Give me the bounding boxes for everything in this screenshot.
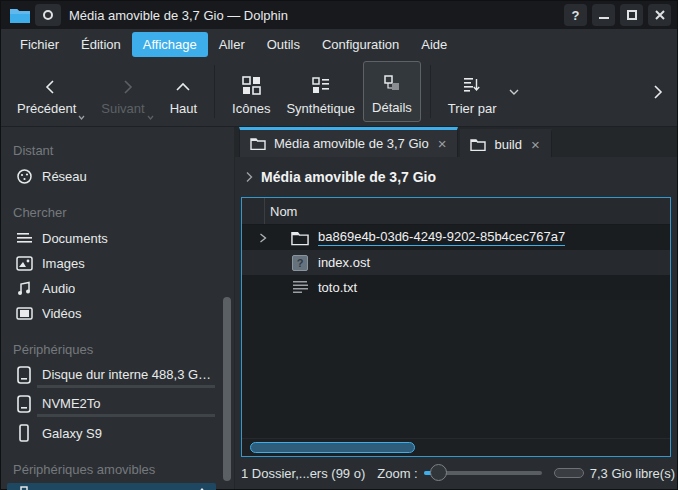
sidebar-item-label: Images: [42, 256, 85, 271]
sidebar-item-label: Audio: [42, 281, 75, 296]
places-panel: Distant Réseau Chercher Documents Images: [1, 127, 235, 489]
section-header-distant: Distant: [1, 139, 234, 164]
sidebar-item-nvme2to[interactable]: NVME2To: [1, 392, 234, 419]
horizontal-scrollbar-thumb[interactable]: [250, 442, 415, 453]
statusbar: 1 Dossier,...ers (99 o) Zoom : 7,3 Gio l…: [235, 457, 677, 489]
sidebar-item-label: Réseau: [42, 169, 87, 184]
capacity-bar: [37, 385, 215, 388]
chevron-left-icon: [43, 69, 59, 95]
sidebar-item-images[interactable]: Images: [1, 251, 234, 275]
tab-media-amovible[interactable]: Média amovible de 3,7 Gio ×: [239, 127, 458, 157]
folder-icon: [250, 137, 266, 150]
sidebar-item-documents[interactable]: Documents: [1, 226, 234, 250]
sort-icon: [462, 69, 482, 95]
document-lines-icon: [15, 229, 33, 247]
tab-close-icon[interactable]: ×: [530, 137, 541, 152]
tab-close-icon[interactable]: ×: [437, 136, 448, 151]
unknown-file-icon: ?: [291, 254, 309, 271]
sidebar-item-audio[interactable]: Audio: [1, 276, 234, 300]
zoom-slider-handle[interactable]: [430, 464, 447, 481]
file-row-index-ost[interactable]: ? index.ost: [242, 250, 670, 275]
toolbar-separator: [430, 65, 431, 118]
icons-label: Icônes: [232, 101, 270, 116]
details-view-button[interactable]: Détails: [363, 61, 421, 122]
file-row-toto-txt[interactable]: toto.txt: [242, 275, 670, 300]
breadcrumb[interactable]: Média amovible de 3,7 Gio: [235, 157, 677, 197]
titlebar: Média amovible de 3,7 Gio — Dolphin ?: [1, 1, 677, 29]
window-menu-button[interactable]: [35, 4, 61, 26]
details-label: Détails: [372, 100, 412, 115]
toolbar-separator: [214, 65, 215, 118]
maximize-button[interactable]: [620, 4, 643, 26]
column-separator: [264, 198, 265, 224]
usb-stick-icon: [15, 486, 33, 490]
sidebar-item-label: Vidéos: [42, 306, 82, 321]
sidebar-item-disque-dur-interne[interactable]: Disque dur interne 488,3 G…: [1, 363, 234, 390]
toolbar-overflow-button[interactable]: [647, 78, 669, 106]
sidebar-scrollbar[interactable]: [223, 297, 231, 481]
forward-button[interactable]: Suivant: [93, 61, 161, 122]
back-button[interactable]: Précédent: [9, 61, 93, 122]
file-name[interactable]: ba869e4b-03d6-4249-9202-85b4cec767a7: [318, 229, 565, 246]
chevron-up-icon: [175, 69, 191, 95]
caret-down-icon: [147, 115, 154, 120]
menu-configuration[interactable]: Configuration: [311, 32, 410, 57]
menu-fichier[interactable]: Fichier: [9, 32, 70, 57]
section-header-chercher: Chercher: [1, 201, 234, 226]
up-button[interactable]: Haut: [162, 61, 205, 122]
chevron-right-icon: [119, 69, 135, 95]
file-name[interactable]: toto.txt: [318, 280, 357, 295]
folder-icon: [291, 229, 309, 246]
sidebar-item-label: Disque dur interne 488,3 G…: [42, 367, 211, 382]
tab-label: build: [494, 137, 521, 152]
minimize-button[interactable]: [592, 4, 615, 26]
sidebar-item-label: Documents: [42, 231, 108, 246]
tabbar: Média amovible de 3,7 Gio × build ×: [235, 127, 677, 157]
status-summary: 1 Dossier,...ers (99 o): [241, 466, 365, 481]
zoom-slider[interactable]: [424, 464, 542, 482]
file-view: Nom: [241, 197, 671, 457]
menu-outils[interactable]: Outils: [256, 32, 311, 57]
back-label: Précédent: [17, 101, 76, 116]
details-view-icon: [382, 68, 402, 94]
icons-view-button[interactable]: Icônes: [224, 61, 278, 122]
sidebar-item-videos[interactable]: Vidéos: [1, 301, 234, 325]
toolbar: Précédent Suivant Haut Icônes Synthét: [1, 59, 677, 127]
menu-aide[interactable]: Aide: [410, 32, 458, 57]
file-name[interactable]: index.ost: [318, 255, 370, 270]
zoom-label: Zoom :: [377, 466, 417, 481]
window-title: Média amovible de 3,7 Gio — Dolphin: [69, 8, 288, 23]
icons-view-icon: [241, 69, 261, 95]
sidebar-item-label: NVME2To: [42, 396, 101, 411]
sidebar-item-reseau[interactable]: Réseau: [1, 164, 234, 188]
menu-aller[interactable]: Aller: [208, 32, 256, 57]
help-button[interactable]: ?: [564, 4, 587, 26]
caret-down-icon[interactable]: [508, 88, 520, 96]
smartphone-icon: [15, 424, 33, 442]
capacity-bar: [37, 414, 215, 417]
menu-affichage[interactable]: Affichage: [132, 32, 208, 57]
chevron-right-icon: [245, 171, 253, 183]
tab-label: Média amovible de 3,7 Gio: [274, 136, 429, 151]
sidebar-item-label: Galaxy S9: [42, 426, 102, 441]
folder-icon: [470, 138, 486, 151]
close-button[interactable]: [648, 4, 671, 26]
file-row-folder[interactable]: ba869e4b-03d6-4249-9202-85b4cec767a7: [242, 225, 670, 250]
film-icon: [15, 304, 33, 322]
chevron-right-icon: [653, 84, 663, 100]
sidebar-item-media-amovible[interactable]: Média amovible de 3,7 …: [7, 483, 216, 490]
breadcrumb-location[interactable]: Média amovible de 3,7 Gio: [261, 169, 436, 185]
sort-by-button[interactable]: Trier par: [440, 61, 505, 122]
column-header-label: Nom: [270, 204, 297, 219]
menu-edition[interactable]: Édition: [70, 32, 132, 57]
expander-chevron-icon[interactable]: [259, 233, 267, 243]
compact-view-button[interactable]: Synthétique: [278, 61, 363, 122]
audio-note-icon: [15, 279, 33, 297]
tab-build[interactable]: build ×: [460, 129, 551, 157]
horizontal-scrollbar[interactable]: [242, 438, 670, 456]
column-header-nom[interactable]: Nom: [242, 198, 670, 225]
sort-label: Trier par: [448, 101, 497, 116]
sidebar-item-galaxy-s9[interactable]: Galaxy S9: [1, 421, 234, 445]
section-header-peripheriques: Périphériques: [1, 338, 234, 363]
compact-view-icon: [311, 69, 331, 95]
